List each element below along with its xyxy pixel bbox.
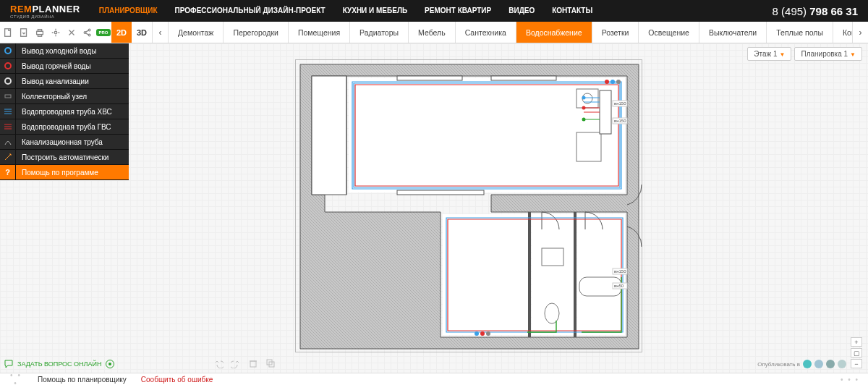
- nav-kitchen[interactable]: КУХНИ И МЕБЕЛЬ: [334, 0, 416, 22]
- publish-label: Опубликовать в: [757, 360, 846, 368]
- palette-sewer-outlet[interactable]: Вывод канализации: [0, 74, 129, 89]
- svg-rect-56: [250, 361, 256, 367]
- footer-bar: • • • Помощь по планировщику Сообщить об…: [0, 373, 868, 385]
- hot-water-icon: [0, 59, 16, 74]
- svg-point-39: [605, 80, 609, 84]
- ask-online-button[interactable]: ЗАДАТЬ ВОПРОС ОНЛАЙН: [4, 360, 114, 368]
- palette-sewer-pipe[interactable]: Канализационная труба: [0, 135, 129, 150]
- floor-plan[interactable]: вн150 вн150 вн150 вн50: [295, 59, 642, 352]
- layout-selector[interactable]: Планировка 1▼: [794, 47, 862, 61]
- svg-rect-12: [5, 95, 11, 98]
- svg-text:вн50: вн50: [614, 284, 624, 288]
- nav-contacts[interactable]: КОНТАКТЫ: [543, 0, 601, 22]
- svg-rect-1: [21, 28, 27, 36]
- palette-help[interactable]: ? Помощь по программе: [0, 165, 129, 180]
- footer-help-link[interactable]: Помощь по планировщику: [38, 376, 127, 384]
- svg-rect-18: [532, 214, 575, 335]
- tabs-scroll-left[interactable]: ‹: [152, 22, 168, 43]
- tab-vodosnabzhenie[interactable]: Водоснабжение: [516, 22, 592, 43]
- palette-hot-water-outlet[interactable]: Вывод горячей воды: [0, 59, 129, 74]
- sewer-pipe-icon: [0, 135, 16, 150]
- history-toolbar: [213, 358, 276, 368]
- tabs-scroll-right[interactable]: ›: [852, 22, 868, 43]
- tab-konditsionery[interactable]: Кондиционеры: [833, 22, 852, 43]
- tab-radiatory[interactable]: Радиаторы: [349, 22, 408, 43]
- palette-label: Вывод холодной воды: [16, 47, 96, 55]
- svg-rect-25: [491, 76, 556, 80]
- print-icon[interactable]: [32, 22, 48, 43]
- social-icon-2[interactable]: [814, 360, 823, 368]
- svg-rect-4: [38, 34, 41, 36]
- tab-pomescheniya[interactable]: Помещения: [288, 22, 349, 43]
- settings-icon[interactable]: [48, 22, 64, 43]
- palette-cold-pipe[interactable]: Водопроводная труба ХВС: [0, 104, 129, 119]
- nav-planner[interactable]: ПЛАНИРОВЩИК: [90, 0, 166, 22]
- sewer-icon: [0, 74, 16, 89]
- palette-label: Вывод канализации: [16, 77, 89, 85]
- trash-icon[interactable]: [248, 358, 258, 368]
- palette-collector[interactable]: Коллекторный узел: [0, 89, 129, 104]
- svg-text:вн150: вн150: [614, 119, 626, 123]
- footer-report-link[interactable]: Сообщить об ошибке: [141, 376, 213, 384]
- palette-label: Водопроводная труба ГВС: [16, 123, 111, 131]
- svg-rect-26: [397, 190, 484, 195]
- svg-point-36: [582, 96, 586, 100]
- collector-icon: [0, 89, 16, 104]
- svg-point-11: [5, 78, 11, 84]
- open-file-icon[interactable]: [16, 22, 32, 43]
- cold-pipe-icon: [0, 104, 16, 119]
- svg-point-37: [582, 106, 586, 110]
- main-nav: ПЛАНИРОВЩИК ПРОФЕССИОНАЛЬНЫЙ ДИЗАЙН-ПРОЕ…: [90, 0, 602, 22]
- tab-vyklyuchateli[interactable]: Выключатели: [699, 22, 766, 43]
- tab-teplye-poly[interactable]: Теплые полы: [766, 22, 833, 43]
- logo[interactable]: REMPLANNER СТУДИЯ ДИЗАЙНА: [0, 4, 90, 19]
- tab-demontazh[interactable]: Демонтаж: [168, 22, 223, 43]
- tool-palette: Вывод холодной воды Вывод горячей воды В…: [0, 43, 129, 180]
- new-file-icon[interactable]: [0, 22, 16, 43]
- palette-cold-water-outlet[interactable]: Вывод холодной воды: [0, 43, 129, 59]
- online-indicator-icon: [106, 360, 114, 368]
- zoom-out-button[interactable]: −: [851, 359, 862, 368]
- social-icon-1[interactable]: [803, 360, 812, 368]
- social-icon-3[interactable]: [826, 360, 835, 368]
- tab-osveschenie[interactable]: Освещение: [638, 22, 699, 43]
- logo-part1: REM: [10, 4, 32, 14]
- zoom-in-button[interactable]: +: [851, 337, 862, 347]
- palette-label: Помощь по программе: [16, 169, 98, 177]
- wand-icon: [0, 150, 16, 165]
- copy-icon[interactable]: [265, 358, 276, 368]
- nav-video[interactable]: ВИДЕО: [500, 0, 543, 22]
- view-2d-button[interactable]: 2D: [111, 22, 132, 43]
- toolbar: PRO 2D 3D ‹ Демонтаж Перегородки Помещен…: [0, 22, 868, 43]
- canvas-area[interactable]: Вывод холодной воды Вывод горячей воды В…: [0, 43, 868, 373]
- svg-point-9: [5, 48, 11, 54]
- pro-badge[interactable]: PRO: [95, 22, 111, 43]
- tab-peregorodki[interactable]: Перегородки: [223, 22, 288, 43]
- footer-dots-right: • • •: [841, 376, 859, 384]
- tab-santehnika[interactable]: Сантехника: [455, 22, 516, 43]
- redo-icon[interactable]: [231, 358, 241, 368]
- palette-label: Вывод горячей воды: [16, 62, 91, 70]
- share-icon[interactable]: [80, 22, 95, 43]
- nav-repair[interactable]: РЕМОНТ КВАРТИР: [416, 0, 500, 22]
- tab-mebel[interactable]: Мебель: [408, 22, 455, 43]
- floor-selector[interactable]: Этаж 1▼: [747, 47, 791, 61]
- tools-icon[interactable]: [64, 22, 80, 43]
- tab-rozetki[interactable]: Розетки: [592, 22, 639, 43]
- social-icon-4[interactable]: [838, 360, 846, 368]
- phone-number[interactable]: 8 (495) 798 66 31: [773, 5, 868, 17]
- logo-part2: PLANNER: [32, 4, 80, 14]
- svg-rect-24: [397, 76, 462, 80]
- footer-dots-left: • • •: [9, 371, 23, 385]
- palette-auto-build[interactable]: Построить автоматически: [0, 150, 129, 165]
- svg-point-46: [480, 331, 485, 336]
- category-tabs: Демонтаж Перегородки Помещения Радиаторы…: [168, 22, 852, 43]
- svg-point-38: [582, 118, 586, 122]
- palette-hot-pipe[interactable]: Водопроводная труба ГВС: [0, 119, 129, 135]
- chat-icon: [4, 360, 13, 368]
- zoom-fit-button[interactable]: ▢: [851, 348, 862, 358]
- view-3d-button[interactable]: 3D: [132, 22, 152, 43]
- undo-icon[interactable]: [213, 358, 224, 368]
- nav-project[interactable]: ПРОФЕССИОНАЛЬНЫЙ ДИЗАЙН-ПРОЕКТ: [166, 0, 334, 22]
- svg-text:вн150: вн150: [614, 269, 626, 274]
